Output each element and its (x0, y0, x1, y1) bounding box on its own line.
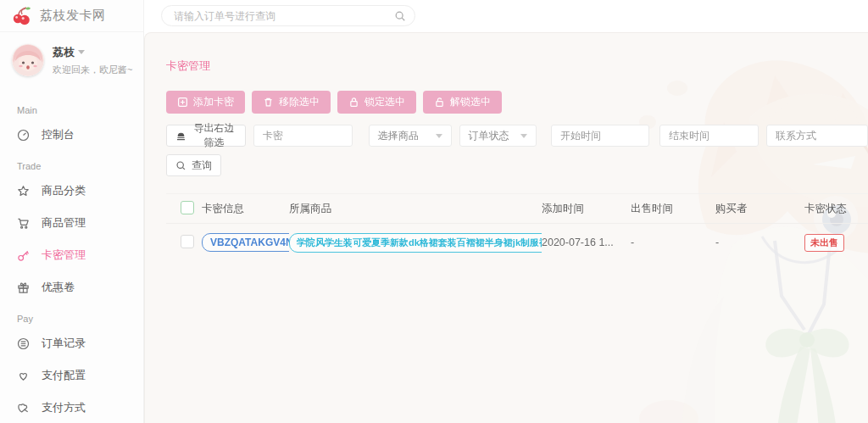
sidebar-item-product-manage[interactable]: 商品管理 (0, 207, 143, 239)
profile-name[interactable]: 荔枝 (53, 45, 132, 60)
nav-section-pay: Pay (0, 303, 143, 327)
select-all-checkbox[interactable] (181, 201, 194, 214)
status-badge: 未出售 (804, 234, 844, 252)
avatar[interactable] (12, 44, 44, 76)
sidebar: 荔枝发卡网 荔枝 欢迎回来，欧尼酱~ Ma (0, 0, 144, 423)
cart-icon (17, 217, 30, 230)
chevron-down-icon (78, 50, 85, 54)
kami-cell: VBZQATAKGV4N3BL (202, 233, 289, 252)
col-sold: 出售时间 (631, 202, 715, 216)
nav-section-main: Main (0, 95, 143, 119)
card-table: 卡密信息 所属商品 添加时间 出售时间 购买者 卡密状态 VBZQATAKGV4… (166, 193, 868, 261)
contact-input[interactable] (766, 125, 868, 147)
plus-square-icon (177, 97, 188, 108)
sidebar-item-pay-method[interactable]: 支付方式 (0, 392, 143, 423)
export-icon (175, 131, 186, 142)
sold-cell: - (631, 237, 715, 248)
remove-selected-button[interactable]: 移除选中 (252, 91, 331, 114)
order-status-select[interactable]: 订单状态 (459, 125, 537, 147)
col-buyer: 购买者 (715, 202, 804, 216)
table-row: VBZQATAKGV4N3BL 学院风学生装可爱夏季新款dk格裙套装百褶裙半身裙… (166, 224, 868, 261)
dashboard-icon (17, 129, 30, 142)
cherry-logo-icon (12, 7, 32, 25)
added-cell: 2020-07-16 1... (542, 237, 622, 248)
action-buttons: 添加卡密 移除选中 锁定选中 解锁选中 (166, 91, 868, 114)
start-time-input[interactable] (551, 125, 649, 147)
order-search[interactable] (161, 5, 415, 26)
star-icon (17, 185, 30, 198)
product-select[interactable]: 选择商品 (369, 125, 452, 147)
topbar (144, 0, 868, 32)
status-cell: 未出售 (804, 234, 868, 252)
main-panel: 卡密管理 添加卡密 移除选中 锁定选中 (144, 32, 868, 423)
col-status: 卡密状态 (804, 202, 868, 216)
sidebar-item-product-category[interactable]: 商品分类 (0, 175, 143, 207)
unlock-icon (434, 97, 445, 108)
search-icon (175, 160, 186, 171)
app-title: 荔枝发卡网 (40, 8, 106, 24)
filter-row: 导出右边筛选 选择商品 订单状态 (166, 125, 868, 147)
key-icon (17, 249, 30, 262)
col-product: 所属商品 (289, 202, 542, 216)
unlock-selected-button[interactable]: 解锁选中 (423, 91, 502, 114)
pay-method-icon (17, 402, 30, 415)
query-row: 查询 (166, 154, 868, 176)
logo[interactable]: 荔枝发卡网 (0, 0, 143, 32)
end-time-input[interactable] (659, 125, 759, 147)
row-checkbox[interactable] (181, 235, 194, 248)
sidebar-nav: Main 控制台 Trade 商品分类 商品管理 卡密管理 (0, 86, 143, 423)
sidebar-item-order-records[interactable]: 订单记录 (0, 327, 143, 359)
heart-hand-icon (17, 370, 30, 382)
nav-section-trade: Trade (0, 151, 143, 175)
col-added: 添加时间 (542, 202, 631, 216)
sidebar-item-dashboard[interactable]: 控制台 (0, 119, 143, 151)
sidebar-item-coupon[interactable]: 优惠卷 (0, 271, 143, 303)
sidebar-item-card-manage[interactable]: 卡密管理 (0, 239, 143, 271)
col-kami: 卡密信息 (202, 202, 289, 216)
page-title: 卡密管理 (166, 58, 868, 74)
lock-selected-button[interactable]: 锁定选中 (337, 91, 416, 114)
table-header: 卡密信息 所属商品 添加时间 出售时间 购买者 卡密状态 (166, 193, 868, 224)
profile: 荔枝 欢迎回来，欧尼酱~ (0, 32, 143, 86)
sidebar-item-pay-config[interactable]: 支付配置 (0, 359, 143, 392)
order-search-input[interactable] (174, 10, 394, 22)
search-icon[interactable] (394, 10, 406, 22)
buyer-cell: - (715, 237, 804, 248)
lock-icon (348, 97, 359, 108)
chevron-down-icon (520, 134, 527, 138)
add-card-button[interactable]: 添加卡密 (166, 91, 245, 114)
product-cell: 学院风学生装可爱夏季新款dk格裙套装百褶裙半身裙jk制服裙正版 (289, 233, 542, 253)
gift-icon (17, 281, 30, 294)
content: 卡密管理 添加卡密 移除选中 锁定选中 (145, 33, 868, 261)
kami-filter-input[interactable] (253, 125, 353, 147)
chevron-down-icon (436, 134, 442, 138)
trash-icon (263, 97, 274, 108)
orders-icon (17, 337, 30, 350)
query-button[interactable]: 查询 (166, 154, 221, 176)
product-badge[interactable]: 学院风学生装可爱夏季新款dk格裙套装百褶裙半身裙jk制服裙正版 (289, 233, 542, 253)
export-button[interactable]: 导出右边筛选 (166, 125, 246, 147)
kami-badge[interactable]: VBZQATAKGV4N3BL (202, 233, 289, 252)
profile-welcome: 欢迎回来，欧尼酱~ (53, 64, 132, 76)
